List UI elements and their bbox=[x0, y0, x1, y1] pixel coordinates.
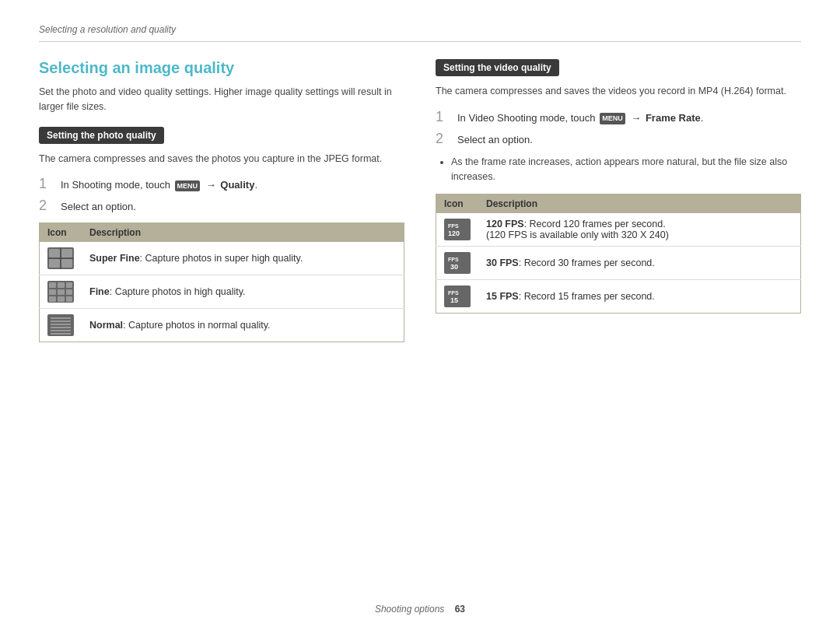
svg-rect-9 bbox=[58, 282, 65, 288]
fps15-icon-cell: FPS 15 bbox=[436, 279, 479, 313]
video-table-header: Icon Description bbox=[436, 194, 801, 213]
svg-text:FPS: FPS bbox=[448, 257, 459, 262]
svg-rect-10 bbox=[66, 282, 72, 288]
photo-step-1: 1 In Shooting mode, touch MENU → Quality… bbox=[39, 177, 404, 192]
step-2-text: Select an option. bbox=[61, 200, 136, 214]
svg-rect-2 bbox=[61, 249, 72, 257]
video-step-1-text: In Video Shooting mode, touch MENU → Fra… bbox=[457, 111, 703, 125]
intro-text: Set the photo and video quality settings… bbox=[39, 85, 404, 114]
fps15-desc: 15 FPS: Record 15 frames per second. bbox=[478, 279, 801, 313]
super-fine-icon bbox=[47, 247, 74, 269]
fps120-note: (120 FPS is available only with 320 X 24… bbox=[486, 229, 669, 240]
table-row: Super Fine: Capture photos in super high… bbox=[40, 242, 404, 275]
svg-rect-13 bbox=[66, 289, 72, 295]
video-step-number-2: 2 bbox=[436, 131, 453, 145]
footer-label: Shooting options bbox=[375, 604, 444, 615]
fps120-label: 120 FPS bbox=[486, 219, 524, 229]
table-row: FPS 15 15 FPS: Record 15 frames per seco… bbox=[436, 279, 801, 313]
fine-label: Fine bbox=[89, 286, 110, 297]
video-step-1: 1 In Video Shooting mode, touch MENU → F… bbox=[436, 110, 801, 125]
svg-text:120: 120 bbox=[448, 229, 460, 237]
svg-rect-14 bbox=[49, 296, 56, 302]
video-step-number-1: 1 bbox=[436, 110, 453, 124]
table-row: Normal: Capture photos in normal quality… bbox=[40, 308, 404, 342]
normal-label: Normal bbox=[89, 320, 123, 331]
photo-table-body: Super Fine: Capture photos in super high… bbox=[40, 242, 404, 342]
photo-table-header-row: Icon Description bbox=[40, 222, 404, 242]
svg-rect-4 bbox=[61, 259, 72, 268]
superfine-icon-cell bbox=[40, 242, 82, 275]
normal-desc: Normal: Capture photos in normal quality… bbox=[82, 308, 404, 342]
photo-col-desc: Description bbox=[82, 222, 404, 242]
fps30-icon-cell: FPS 30 bbox=[436, 246, 479, 279]
menu-icon-video: MENU bbox=[600, 113, 625, 124]
video-quality-badge: Setting the video quality bbox=[436, 59, 559, 76]
breadcrumb-text: Selecting a resolution and quality bbox=[39, 24, 176, 35]
svg-rect-12 bbox=[58, 289, 65, 295]
step-1-text: In Shooting mode, touch MENU → Quality. bbox=[61, 178, 257, 192]
arrow-video: → bbox=[631, 112, 641, 124]
svg-rect-1 bbox=[49, 249, 60, 257]
svg-text:30: 30 bbox=[450, 263, 458, 271]
video-table-body: FPS 120 120 FPS: Record 120 frames per s… bbox=[436, 213, 801, 313]
footer: Shooting options 63 bbox=[0, 604, 840, 615]
fps15-label: 15 FPS bbox=[486, 291, 519, 302]
svg-rect-16 bbox=[66, 296, 72, 302]
fine-icon-cell bbox=[40, 275, 82, 308]
fps30-label: 30 FPS bbox=[486, 257, 519, 268]
table-row: Fine: Capture photos in high quality. bbox=[40, 275, 404, 308]
svg-rect-8 bbox=[49, 282, 56, 288]
arrow-photo: → bbox=[206, 179, 216, 191]
svg-rect-3 bbox=[49, 259, 60, 268]
table-row: FPS 30 30 FPS: Record 30 frames per seco… bbox=[436, 246, 801, 279]
photo-table-header: Icon Description bbox=[40, 222, 404, 242]
fine-icon bbox=[47, 281, 74, 303]
photo-steps: 1 In Shooting mode, touch MENU → Quality… bbox=[39, 177, 404, 214]
video-bullet-list: As the frame rate increases, action appe… bbox=[451, 155, 801, 184]
fps15-icon: FPS 15 bbox=[444, 285, 471, 307]
breadcrumb: Selecting a resolution and quality bbox=[39, 23, 801, 42]
svg-text:FPS: FPS bbox=[448, 223, 459, 229]
fps120-icon-cell: FPS 120 bbox=[436, 213, 479, 247]
video-col-icon: Icon bbox=[436, 194, 479, 213]
video-step-2: 2 Select an option. bbox=[436, 131, 801, 147]
fps120-desc: 120 FPS: Record 120 frames per second. (… bbox=[478, 213, 801, 247]
svg-rect-15 bbox=[58, 296, 65, 302]
video-steps: 1 In Video Shooting mode, touch MENU → F… bbox=[436, 110, 801, 147]
normal-icon-cell bbox=[40, 308, 82, 342]
step-number-2: 2 bbox=[39, 198, 56, 212]
fps30-icon: FPS 30 bbox=[444, 252, 471, 274]
table-row: FPS 120 120 FPS: Record 120 frames per s… bbox=[436, 213, 801, 247]
normal-icon bbox=[47, 314, 74, 336]
video-bullet-item: As the frame rate increases, action appe… bbox=[451, 155, 801, 184]
page-title: Selecting an image quality bbox=[39, 59, 404, 77]
video-quality-table: Icon Description FPS 120 bbox=[436, 194, 801, 313]
photo-col-icon: Icon bbox=[40, 222, 82, 242]
page-container: Selecting a resolution and quality Selec… bbox=[0, 0, 840, 634]
fps120-icon: FPS 120 bbox=[444, 219, 471, 240]
svg-rect-17 bbox=[47, 314, 74, 336]
svg-text:15: 15 bbox=[450, 296, 458, 304]
menu-icon-photo: MENU bbox=[175, 180, 201, 192]
video-table-header-row: Icon Description bbox=[436, 194, 801, 213]
fps30-desc: 30 FPS: Record 30 frames per second. bbox=[478, 246, 801, 279]
step-number-1: 1 bbox=[39, 177, 56, 191]
right-column: Setting the video quality The camera com… bbox=[436, 59, 801, 342]
two-column-layout: Selecting an image quality Set the photo… bbox=[39, 59, 801, 342]
video-step-2-text: Select an option. bbox=[457, 133, 533, 147]
framerate-label: Frame Rate bbox=[646, 112, 701, 124]
photo-sub-text: The camera compresses and saves the phot… bbox=[39, 152, 404, 166]
left-column: Selecting an image quality Set the photo… bbox=[39, 59, 404, 342]
video-sub-text: The camera compresses and saves the vide… bbox=[436, 84, 801, 99]
superfine-desc: Super Fine: Capture photos in super high… bbox=[82, 242, 404, 275]
svg-text:FPS: FPS bbox=[448, 290, 459, 296]
photo-quality-badge: Setting the photo quality bbox=[39, 127, 164, 144]
video-col-desc: Description bbox=[478, 194, 801, 213]
photo-step-2: 2 Select an option. bbox=[39, 198, 404, 214]
footer-page-number: 63 bbox=[455, 604, 465, 615]
quality-label: Quality bbox=[220, 179, 254, 191]
fine-desc: Fine: Capture photos in high quality. bbox=[82, 275, 404, 308]
superfine-label: Super Fine bbox=[89, 253, 140, 264]
photo-quality-table: Icon Description bbox=[39, 222, 404, 342]
svg-rect-11 bbox=[49, 289, 56, 295]
